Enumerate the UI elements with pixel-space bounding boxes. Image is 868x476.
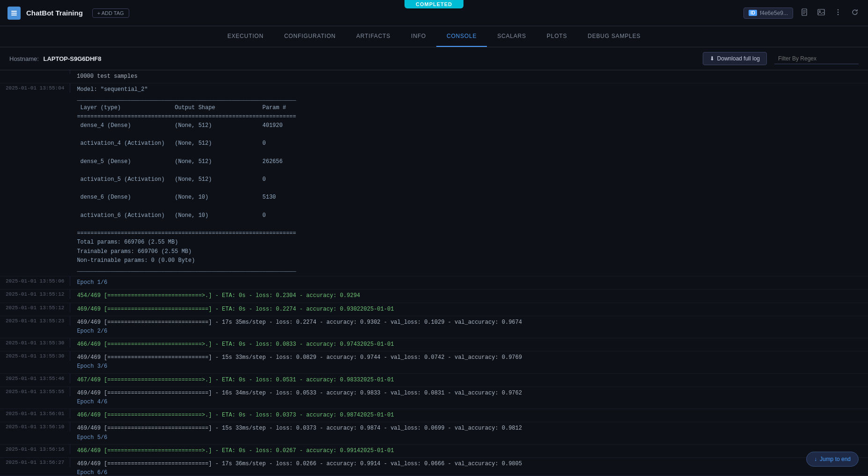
svg-point-9 [838,9,839,10]
header-left: ChatBot Training + ADD TAG [7,7,129,20]
log-timestamp: 2025-01-01 13:56:27 [0,458,70,467]
log-timestamp: 2025-01-01 13:56:10 [0,422,70,431]
log-timestamp [0,70,70,74]
log-row: 2025-01-01 13:55:30 466/469 [===========… [0,338,868,351]
log-message: Epoch 1/6 [70,276,114,289]
svg-point-11 [838,14,839,15]
log-timestamp: 2025-01-01 13:55:12 [0,303,70,312]
download-log-button[interactable]: ⬇ Download full log [703,52,767,65]
log-message: 467/469 [============================>.]… [70,374,400,387]
tab-configuration[interactable]: CONFIGURATION [274,26,346,47]
log-row: 2025-01-01 13:56:01 466/469 [===========… [0,409,868,422]
nav-tabs: EXECUTION CONFIGURATION ARTIFACTS INFO C… [0,26,868,47]
tab-info[interactable]: INFO [401,26,436,47]
log-message: 469/469 [==============================]… [70,422,529,444]
refresh-button[interactable] [849,7,861,20]
console-output[interactable]: 10000 test samples 2025-01-01 13:55:04 M… [0,70,868,476]
log-row: 2025-01-01 13:55:06 Epoch 1/6 [0,276,868,290]
log-message: 469/469 [==============================]… [70,316,529,338]
log-message: 466/469 [============================>.]… [70,409,400,422]
svg-point-10 [838,11,839,12]
console-toolbar: Hostname: LAPTOP-S9G6DHF8 ⬇ Download ful… [0,47,868,70]
app-logo [7,7,21,20]
log-timestamp: 2025-01-01 13:55:30 [0,351,70,361]
log-message: 469/469 [==============================]… [70,458,529,476]
hostname-label: Hostname: [9,55,39,62]
log-message: 469/469 [==============================]… [70,303,400,316]
log-timestamp: 2025-01-01 13:56:16 [0,445,70,454]
tab-plots[interactable]: PLOTS [537,26,577,47]
jump-to-end-label: Jump to end [820,456,851,462]
log-row: 2025-01-01 13:55:46 467/469 [===========… [0,374,868,387]
hostname-value: LAPTOP-S9G6DHF8 [44,55,102,62]
log-row: 2025-01-01 13:56:10 469/469 [===========… [0,422,868,444]
log-message: 469/469 [==============================]… [70,351,529,373]
jump-to-end-button[interactable]: ↓ Jump to end [806,452,859,467]
id-icon: ID [749,10,757,16]
tab-artifacts[interactable]: ARTIFACTS [346,26,401,47]
log-timestamp: 2025-01-01 13:55:23 [0,316,70,326]
log-timestamp: 2025-01-01 13:55:30 [0,338,70,348]
menu-button[interactable] [832,7,844,20]
log-message: 454/469 [============================>.]… [70,290,367,302]
log-message: 10000 test samples [70,70,144,83]
log-row: 2025-01-01 13:56:27 469/469 [===========… [0,458,868,476]
run-id-display: ID f4e6e5e9... [743,7,793,19]
tab-debug-samples[interactable]: DEBUG SAMPLES [577,26,651,47]
log-row: 2025-01-01 13:55:12 469/469 [===========… [0,303,868,316]
header-right: ID f4e6e5e9... [743,7,861,20]
tab-scalars[interactable]: SCALARS [487,26,537,47]
download-label: Download full log [717,55,760,62]
log-timestamp: 2025-01-01 13:55:55 [0,387,70,396]
svg-rect-2 [11,15,17,15]
toolbar-right: ⬇ Download full log [703,52,859,65]
add-tag-button[interactable]: + ADD TAG [92,8,129,18]
document-button[interactable] [799,7,810,20]
log-row: 2025-01-01 13:55:12 454/469 [===========… [0,290,868,303]
hostname-display: Hostname: LAPTOP-S9G6DHF8 [9,55,102,62]
log-row: 2025-01-01 13:55:23 469/469 [===========… [0,316,868,338]
log-timestamp: 2025-01-01 13:55:46 [0,374,70,383]
log-message: Model: "sequential_2" __________________… [70,83,302,276]
svg-point-8 [819,10,821,12]
svg-rect-0 [11,11,17,12]
filter-input[interactable] [774,53,859,64]
log-message: 469/469 [==============================]… [70,387,529,409]
status-badge: COMPLETED [405,0,463,8]
log-message: 466/469 [============================>.]… [70,338,400,351]
log-row: 2025-01-01 13:55:55 469/469 [===========… [0,387,868,409]
log-row: 2025-01-01 13:56:16 466/469 [===========… [0,445,868,458]
app-title: ChatBot Training [26,9,83,17]
tab-console[interactable]: CONSOLE [436,26,487,47]
tab-execution[interactable]: EXECUTION [217,26,274,47]
svg-rect-7 [818,9,824,15]
download-icon: ⬇ [710,55,714,62]
image-button[interactable] [816,7,827,20]
run-id-value: f4e6e5e9... [760,10,788,16]
arrow-down-icon: ↓ [814,456,817,462]
log-row: 2025-01-01 13:55:04 Model: "sequential_2… [0,83,868,276]
log-row: 2025-01-01 13:55:30 469/469 [===========… [0,351,868,373]
log-row: 10000 test samples [0,70,868,83]
log-timestamp: 2025-01-01 13:55:12 [0,290,70,299]
log-message: 466/469 [============================>.]… [70,445,400,457]
log-timestamp: 2025-01-01 13:55:06 [0,276,70,286]
log-timestamp: 2025-01-01 13:55:04 [0,83,70,93]
svg-rect-1 [11,13,17,14]
log-timestamp: 2025-01-01 13:56:01 [0,409,70,418]
